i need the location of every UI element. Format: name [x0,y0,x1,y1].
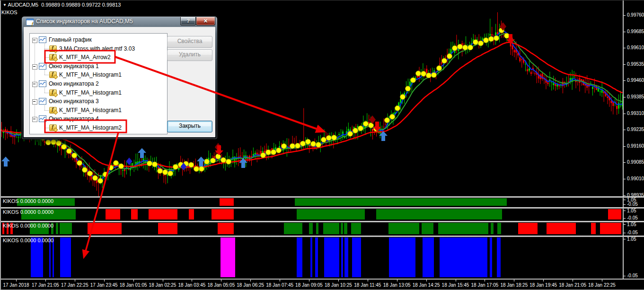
tree-node-indicator[interactable]: K_MTF_MA_Histogram1 [30,106,167,115]
price-tick [624,146,626,147]
time-axis-label: 18 Jan 05:05 [207,282,235,288]
time-tick [485,280,485,281]
time-axis-label: 18 Jan 10:25 [325,282,352,288]
time-tick [456,280,456,281]
indicator-list-dialog: Список индикаторов на AUDCAD,M5 ? ✕ Глав… [21,16,218,140]
fx-indicator-icon [49,45,57,52]
time-tick [192,280,192,281]
chart-window-icon [39,63,46,70]
tree-node-window[interactable]: Окно индикатора 3 [30,97,167,106]
time-axis-label: 17 Jan 23:45 [90,282,118,288]
time-axis[interactable]: 17 Jan 201817 Jan 21:0517 Jan 22:2517 Ja… [0,280,644,290]
window-separator[interactable] [0,196,644,198]
time-axis-label: 18 Jan 14:25 [413,282,440,288]
time-axis-label: 18 Jan 07:45 [266,282,293,288]
indicator-window-label: KIKOS 0.0000 0.0000 [3,223,53,228]
time-axis-label: 18 Jan 09:05 [295,282,323,288]
window-separator[interactable] [0,236,644,237]
time-tick [397,280,397,281]
price-tick [624,64,626,65]
tree-node-indicator[interactable]: K_MTF_MA_Histogram1 [30,88,167,97]
chart-window-icon [39,98,46,105]
scale-top-label: 1.05 [627,222,636,227]
fx-indicator-icon [49,54,57,61]
window-left-edge [0,0,1,290]
histogram-bars [0,222,623,236]
time-axis-label: 18 Jan 15:45 [442,282,469,288]
time-tick [338,280,339,281]
collapse-icon[interactable] [32,82,37,87]
time-tick [133,280,134,281]
scale-top-label: 1.05 [627,208,636,213]
price-axis-label: 0.99160 [627,143,644,149]
indicator-scale-axis[interactable]: 1.05 -0.05 [623,222,644,236]
indicator-window-3[interactable]: KIKOS 0.0000 0.0000 1.05 -0.05 [0,222,644,236]
histogram-bars [0,237,623,279]
indicator-window-4[interactable]: KIKOS 0.0000 0.0000 1.05 -0.05 [0,237,644,279]
time-tick [514,280,514,281]
indicator-window-2[interactable]: KIKOS 0.0000 0.0000 1.05 -0.05 [0,209,644,221]
properties-button[interactable]: Свойства [167,36,212,48]
scale-bottom-label: -0.05 [627,202,638,207]
time-tick [280,280,280,281]
tree-node-indicator[interactable]: K_MTF_MA_Histogram2 [30,123,167,132]
price-axis-label: 0.99385 [627,94,644,99]
delete-button[interactable]: Удалить [167,49,212,61]
indicator-scale-axis[interactable]: 1.05 -0.05 [623,237,644,279]
close-x-button[interactable]: ✕ [196,17,215,26]
price-axis-label: 0.99010 [627,176,644,181]
collapse-icon[interactable] [32,99,37,105]
time-tick [104,280,105,281]
time-tick [602,280,602,281]
indicator-window-label: KIKOS 0.0000 0.0000 [3,209,53,215]
mt4-chart-window: ▼ AUDCAD,M5 0.99889 0.99889 0.99722 0.99… [0,0,644,290]
tree-node-indicator[interactable]: K_MTF_MA_Arrow2 [30,53,167,62]
indicator-tree[interactable]: Главный график 3 MA Cross with alert mtf… [29,33,168,134]
scale-top-label: 1.05 [627,237,636,242]
window-separator[interactable] [0,207,644,209]
fx-indicator-icon [49,89,57,96]
price-tick [624,162,626,163]
time-axis-label: 18 Jan 17:05 [471,282,498,288]
time-axis-label: 18 Jan 13:05 [383,282,411,288]
tree-node-indicator[interactable]: 3 MA Cross with alert mtf 3.03 [30,44,167,53]
window-separator[interactable] [0,279,644,280]
price-axis-label: 0.99610 [627,45,644,50]
fx-indicator-icon [49,124,57,131]
price-tick [624,130,626,130]
price-tick [624,48,626,48]
fx-indicator-icon [49,71,57,78]
window-separator[interactable] [0,221,644,222]
symbol-header[interactable]: ▼ AUDCAD,M5 0.99889 0.99889 0.99722 0.99… [3,2,121,8]
price-axis[interactable]: 0.997600.996850.996100.995350.994600.993… [623,0,644,196]
time-axis-label: 18 Jan 22:25 [588,282,616,288]
indicator-scale-axis[interactable]: 1.05 -0.05 [623,198,644,207]
chart-dropdown-icon[interactable]: ▼ [3,3,7,7]
price-tick [624,97,626,97]
price-tick [624,114,626,114]
collapse-icon[interactable] [32,117,37,122]
dialog-titlebar[interactable]: Список индикаторов на AUDCAD,M5 ? ✕ [22,17,217,27]
time-tick [250,280,251,281]
indicator-scale-axis[interactable]: 1.05 -0.05 [623,209,644,221]
tree-node-indicator[interactable]: K_MTF_MA_Histogram1 [30,70,167,79]
price-tick [624,32,626,32]
collapse-icon[interactable] [32,64,37,70]
time-axis-label: 18 Jan 21:05 [559,282,586,288]
time-tick [75,280,75,281]
price-axis-label: 0.99460 [627,78,644,83]
chart-window-icon [39,80,46,87]
tree-node-window[interactable]: Окно индикатора 1 [30,62,167,71]
collapse-icon[interactable] [32,38,37,43]
close-button[interactable]: Закрыть [167,121,212,132]
indicator-window-1[interactable]: KIKOS 0.0000 0.0000 1.05 -0.05 [0,198,644,207]
indicator-window-label: KIKOS 0.0000 0.0000 [3,237,53,243]
fx-indicator-icon [49,107,57,114]
tree-node-window[interactable]: Окно индикатора 2 [30,79,167,88]
tree-node-window[interactable]: Окно индикатора 4 [30,114,167,123]
time-tick [163,280,163,281]
tree-node-window[interactable]: Главный график [30,35,167,44]
help-button[interactable]: ? [180,17,196,26]
chart-window-icon [39,115,46,122]
histogram-bars [0,198,623,207]
